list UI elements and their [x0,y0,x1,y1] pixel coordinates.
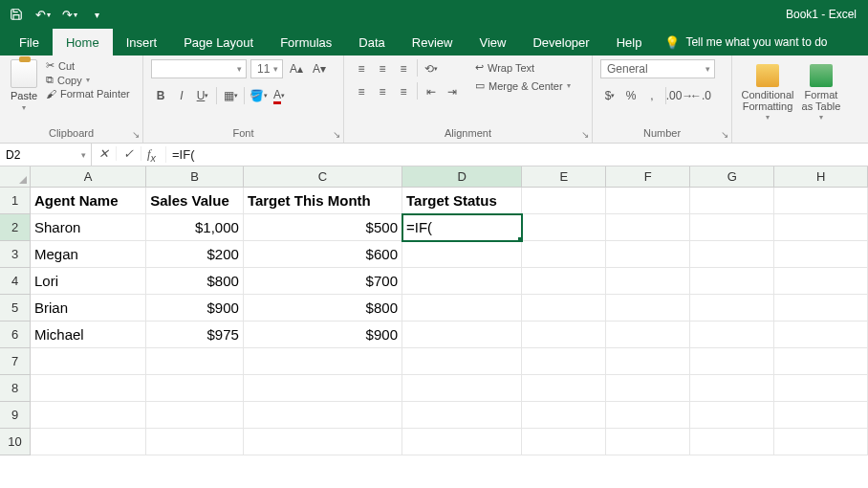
cell-G5[interactable] [690,295,774,322]
conditional-formatting-button[interactable]: Conditional Formatting▾ [745,64,791,122]
cell-F9[interactable] [606,402,690,429]
wrap-text-button[interactable]: ↩Wrap Text [475,61,571,74]
comma-format-button[interactable]: , [642,86,662,105]
cell-C3[interactable]: $600 [244,241,402,268]
cell-A1[interactable]: Agent Name [31,188,146,214]
cell-B6[interactable]: $975 [146,322,244,348]
cell-H8[interactable] [774,375,868,402]
cell-C9[interactable] [244,402,402,429]
cell-H5[interactable] [774,295,868,322]
merge-center-button[interactable]: ▭Merge & Center▾ [475,79,571,92]
cell-D7[interactable] [402,348,522,375]
cell-H6[interactable] [774,322,868,348]
row-header-1[interactable]: 1 [0,188,31,214]
cell-A2[interactable]: Sharon [31,214,146,241]
cell-B5[interactable]: $900 [146,295,244,322]
dialog-launcher-icon[interactable]: ↘ [721,129,728,140]
paste-button[interactable]: Paste ▾ [8,59,40,112]
cell-H2[interactable] [774,214,868,241]
cut-button[interactable]: ✂Cut [46,59,130,72]
increase-decimal-icon[interactable]: .00→ [670,86,689,105]
cell-F10[interactable] [606,429,690,455]
cell-G6[interactable] [690,322,774,348]
row-header-8[interactable]: 8 [0,375,31,402]
italic-button[interactable]: I [172,86,191,105]
number-format-combo[interactable]: General [600,59,715,78]
cell-E7[interactable] [522,348,606,375]
cell-G2[interactable] [690,214,774,241]
dialog-launcher-icon[interactable]: ↘ [333,129,340,140]
col-header-A[interactable]: A [31,166,146,188]
cell-A9[interactable] [31,402,146,429]
cell-C2[interactable]: $500 [244,214,402,241]
name-box[interactable]: D2 [0,144,92,166]
save-icon[interactable] [6,4,27,25]
tab-view[interactable]: View [466,29,519,55]
row-header-9[interactable]: 9 [0,402,31,429]
cell-D10[interactable] [402,429,522,455]
redo-button[interactable]: ↷▾ [59,4,80,25]
tab-review[interactable]: Review [399,29,467,55]
cell-C8[interactable] [244,375,402,402]
cell-A7[interactable] [31,348,146,375]
cell-D9[interactable] [402,402,522,429]
fill-color-button[interactable]: 🪣▾ [249,86,268,105]
orientation-icon[interactable]: ⟲▾ [422,59,441,78]
cell-B10[interactable] [146,429,244,455]
cell-G10[interactable] [690,429,774,455]
cell-F7[interactable] [606,348,690,375]
cell-E10[interactable] [522,429,606,455]
cancel-formula-button[interactable]: ✕ [92,146,117,161]
row-header-10[interactable]: 10 [0,429,31,455]
row-header-4[interactable]: 4 [0,268,31,295]
cell-C5[interactable]: $800 [244,295,402,322]
cell-E8[interactable] [522,375,606,402]
row-header-2[interactable]: 2 [0,214,31,241]
cell-G4[interactable] [690,268,774,295]
cell-D2[interactable]: =IF(IF(logical_test, [value_if_true], [v… [402,214,522,241]
align-bottom-icon[interactable]: ≡ [394,59,413,78]
tab-file[interactable]: File [6,29,53,55]
align-left-icon[interactable]: ≡ [352,82,371,101]
cell-E6[interactable] [522,322,606,348]
tab-page-layout[interactable]: Page Layout [170,29,267,55]
cell-E1[interactable] [522,188,606,214]
cell-D8[interactable] [402,375,522,402]
tab-insert[interactable]: Insert [113,29,171,55]
row-header-5[interactable]: 5 [0,295,31,322]
cell-E3[interactable] [522,241,606,268]
copy-button[interactable]: ⧉Copy▾ [46,74,130,86]
format-painter-button[interactable]: 🖌Format Painter [46,88,130,100]
worksheet-grid[interactable]: 12345678910 ABCDEFGH Agent NameSales Val… [0,166,868,488]
cell-E4[interactable] [522,268,606,295]
cell-B1[interactable]: Sales Value [146,188,244,214]
format-as-table-button[interactable]: Format as Table▾ [798,64,844,122]
cell-C7[interactable] [244,348,402,375]
dialog-launcher-icon[interactable]: ↘ [132,129,140,140]
cell-A10[interactable] [31,429,146,455]
cell-D3[interactable] [402,241,522,268]
cell-G1[interactable] [690,188,774,214]
decrease-decimal-icon[interactable]: ←.0 [691,86,710,105]
cell-D1[interactable]: Target Status [402,188,522,214]
cell-A3[interactable]: Megan [31,241,146,268]
cell-C1[interactable]: Target This Month [244,188,402,214]
col-header-D[interactable]: D [402,166,522,188]
cell-G3[interactable] [690,241,774,268]
cell-H1[interactable] [774,188,868,214]
col-header-G[interactable]: G [690,166,774,188]
cell-B2[interactable]: $1,000 [146,214,244,241]
tell-me-search[interactable]: 💡 Tell me what you want to do [664,29,827,55]
decrease-font-icon[interactable]: A▾ [310,59,329,78]
increase-indent-icon[interactable]: ⇥ [443,82,462,101]
tab-data[interactable]: Data [345,29,398,55]
font-color-button[interactable]: A▾ [270,86,289,105]
cell-H10[interactable] [774,429,868,455]
align-middle-icon[interactable]: ≡ [373,59,392,78]
cell-F4[interactable] [606,268,690,295]
cell-F8[interactable] [606,375,690,402]
row-header-3[interactable]: 3 [0,241,31,268]
cell-H9[interactable] [774,402,868,429]
cell-F2[interactable] [606,214,690,241]
font-name-combo[interactable] [151,59,247,78]
